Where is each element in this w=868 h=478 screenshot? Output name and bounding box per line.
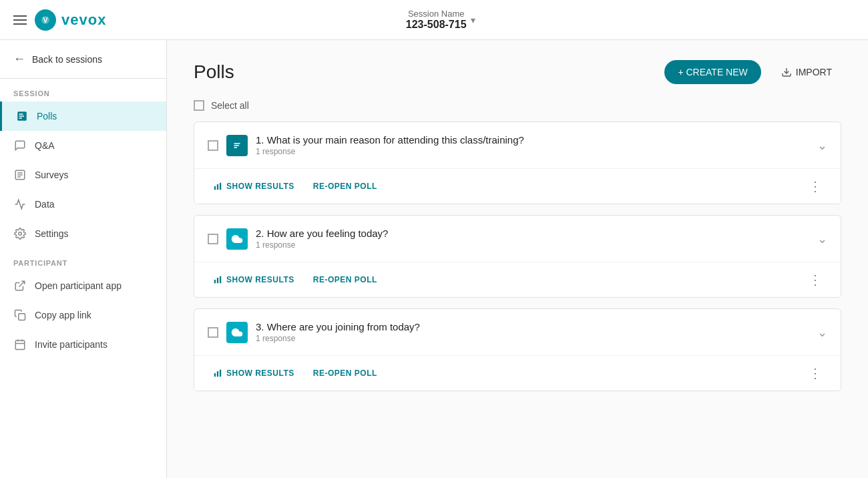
- poll-header-2[interactable]: 2. How are you feeling today? 1 response…: [194, 216, 841, 262]
- poll-2-show-results[interactable]: SHOW RESULTS: [208, 271, 300, 288]
- logo: V vevox: [35, 9, 106, 31]
- invite-label: Invite participants: [35, 339, 107, 350]
- top-header: V vevox Session Name 123-508-715 ▾: [0, 0, 868, 40]
- poll-3-responses: 1 response: [256, 334, 420, 343]
- session-info: Session Name 123-508-715 ▾: [406, 9, 475, 31]
- import-button[interactable]: IMPORT: [772, 60, 841, 84]
- poll-3-title: 3. Where are you joining from today?: [256, 321, 420, 332]
- settings-label: Settings: [35, 228, 69, 239]
- sidebar-item-invite[interactable]: Invite participants: [0, 330, 166, 359]
- poll-3-expand-icon[interactable]: ⌄: [817, 325, 827, 340]
- poll-1-actions: SHOW RESULTS RE-OPEN POLL ⋮: [194, 168, 841, 204]
- open-app-icon: [13, 279, 27, 292]
- create-new-button[interactable]: + CREATE NEW: [664, 60, 761, 84]
- back-to-sessions[interactable]: ← Back to sessions: [0, 40, 166, 79]
- poll-3-more-menu[interactable]: ⋮: [803, 364, 827, 383]
- sidebar-item-surveys[interactable]: Surveys: [0, 160, 166, 190]
- back-label: Back to sessions: [32, 54, 102, 65]
- open-app-label: Open participant app: [35, 280, 122, 291]
- sidebar-item-polls[interactable]: Polls: [0, 101, 166, 131]
- show-results-icon-2: [213, 275, 222, 284]
- sidebar-item-open-app[interactable]: Open participant app: [0, 271, 166, 300]
- poll-1-checkbox[interactable]: [208, 140, 218, 151]
- svg-rect-26: [217, 278, 218, 283]
- poll-2-title: 2. How are you feeling today?: [256, 228, 388, 239]
- settings-icon: [13, 227, 27, 240]
- poll-1-title: 1. What is your main reason for attendin…: [256, 134, 524, 146]
- poll-1-show-results[interactable]: SHOW RESULTS: [208, 178, 300, 195]
- svg-rect-30: [220, 370, 221, 377]
- select-all-checkbox[interactable]: [194, 100, 204, 111]
- poll-1-reopen[interactable]: RE-OPEN POLL: [308, 178, 383, 195]
- poll-card-1: 1. What is your main reason for attendin…: [194, 122, 841, 204]
- sidebar-item-data[interactable]: Data: [0, 190, 166, 219]
- page-title: Polls: [194, 61, 234, 83]
- surveys-label: Surveys: [35, 170, 69, 180]
- svg-rect-29: [217, 371, 218, 377]
- back-arrow-icon: ←: [13, 52, 25, 66]
- poll-2-actions: SHOW RESULTS RE-OPEN POLL ⋮: [194, 262, 841, 297]
- qa-icon: [13, 139, 27, 152]
- poll-1-expand-icon[interactable]: ⌄: [817, 138, 827, 153]
- poll-1-icon: [226, 135, 248, 156]
- poll-3-checkbox[interactable]: [208, 327, 218, 338]
- select-all-label[interactable]: Select all: [211, 100, 249, 111]
- qa-label: Q&A: [35, 140, 55, 151]
- poll-3-show-results[interactable]: SHOW RESULTS: [208, 365, 300, 382]
- poll-2-more-menu[interactable]: ⋮: [803, 270, 827, 289]
- svg-rect-4: [19, 115, 25, 117]
- svg-rect-25: [214, 280, 216, 283]
- session-code: 123-508-715: [406, 19, 467, 31]
- invite-icon: [13, 338, 27, 351]
- main-content: Polls + CREATE NEW IMPORT Select all: [167, 40, 868, 478]
- svg-rect-27: [220, 276, 221, 284]
- poll-1-responses: 1 response: [256, 147, 524, 156]
- sidebar: ← Back to sessions SESSION Polls Q&A Sur…: [0, 40, 167, 478]
- poll-card-2: 2. How are you feeling today? 1 response…: [194, 215, 841, 298]
- hamburger-menu[interactable]: [13, 15, 27, 25]
- show-results-icon-3: [213, 369, 222, 378]
- svg-rect-12: [19, 314, 25, 320]
- svg-rect-3: [19, 113, 23, 115]
- poll-3-actions: SHOW RESULTS RE-OPEN POLL ⋮: [194, 355, 841, 391]
- logo-icon: V: [35, 9, 56, 31]
- page-header: Polls + CREATE NEW IMPORT: [194, 60, 841, 84]
- data-icon: [13, 198, 27, 211]
- import-icon: [781, 67, 792, 77]
- svg-rect-22: [214, 186, 216, 190]
- poll-3-reopen[interactable]: RE-OPEN POLL: [308, 365, 383, 382]
- participant-section-label: PARTICIPANT: [0, 248, 166, 271]
- svg-rect-23: [217, 184, 218, 190]
- copy-link-icon: [13, 308, 27, 322]
- polls-icon: [15, 109, 29, 123]
- logo-text: vevox: [61, 11, 106, 29]
- poll-1-more-menu[interactable]: ⋮: [803, 177, 827, 196]
- poll-3-info: 3. Where are you joining from today? 1 r…: [256, 321, 420, 343]
- poll-2-reopen[interactable]: RE-OPEN POLL: [308, 271, 383, 288]
- poll-2-checkbox[interactable]: [208, 234, 218, 244]
- body-layout: ← Back to sessions SESSION Polls Q&A Sur…: [0, 40, 868, 478]
- polls-label: Polls: [37, 111, 57, 122]
- select-all-row: Select all: [194, 100, 841, 111]
- sidebar-item-copy-link[interactable]: Copy app link: [0, 300, 166, 330]
- poll-1-info: 1. What is your main reason for attendin…: [256, 134, 524, 156]
- svg-rect-5: [19, 117, 23, 119]
- surveys-icon: [13, 168, 27, 182]
- svg-text:V: V: [43, 15, 47, 23]
- poll-header-1[interactable]: 1. What is your main reason for attendin…: [194, 122, 841, 168]
- header-left: V vevox: [13, 9, 106, 31]
- svg-rect-13: [15, 340, 25, 350]
- poll-2-responses: 1 response: [256, 240, 388, 250]
- poll-3-icon: [226, 322, 248, 343]
- sidebar-item-settings[interactable]: Settings: [0, 219, 166, 248]
- header-actions: + CREATE NEW IMPORT: [664, 60, 841, 84]
- poll-2-icon: [226, 228, 248, 250]
- session-section-label: SESSION: [0, 79, 166, 101]
- poll-2-expand-icon[interactable]: ⌄: [817, 232, 827, 246]
- import-label: IMPORT: [796, 67, 832, 77]
- session-dropdown[interactable]: ▾: [471, 15, 475, 25]
- svg-rect-24: [220, 183, 221, 190]
- sidebar-item-qa[interactable]: Q&A: [0, 131, 166, 160]
- poll-header-3[interactable]: 3. Where are you joining from today? 1 r…: [194, 309, 841, 355]
- session-name-label: Session Name: [406, 9, 467, 19]
